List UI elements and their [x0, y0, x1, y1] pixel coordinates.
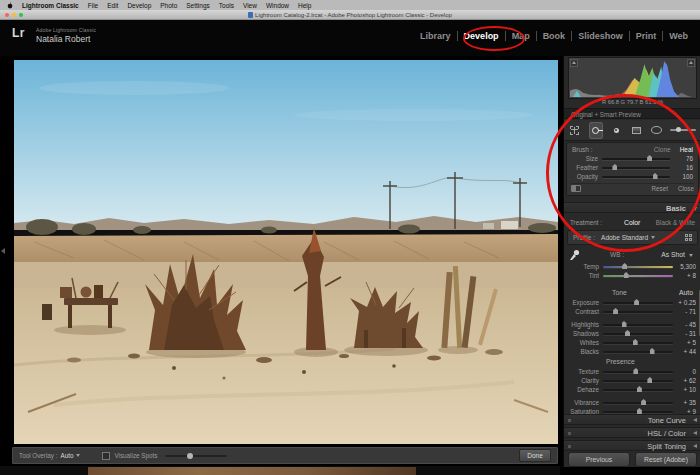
chevron-left-icon[interactable] — [693, 444, 697, 448]
slider-thumb[interactable] — [625, 330, 630, 336]
menu-tools[interactable]: Tools — [219, 2, 234, 9]
panel-switch-icon[interactable] — [571, 185, 581, 192]
slider-track[interactable] — [603, 333, 673, 335]
slider-thumb[interactable] — [647, 377, 652, 383]
basic-panel-header[interactable]: Basic — [564, 202, 700, 213]
module-tab-web[interactable]: Web — [662, 31, 694, 41]
slider-track[interactable] — [603, 389, 673, 391]
treatment-color-button[interactable]: Color — [624, 219, 640, 226]
slider-thumb[interactable] — [624, 272, 629, 278]
filmstrip[interactable] — [0, 466, 560, 475]
menu-develop[interactable]: Develop — [127, 2, 151, 9]
slider-thumb[interactable] — [641, 399, 646, 405]
window-titlebar[interactable]: Lightroom Catalog-2.lrcat - Adobe Photos… — [0, 10, 700, 20]
menu-lightroom-classic[interactable]: Lightroom Classic — [22, 2, 79, 9]
chevron-down-icon[interactable] — [693, 207, 697, 211]
treatment-bw-button[interactable]: Black & White — [656, 219, 695, 226]
heal-mode-button[interactable]: Heal — [680, 146, 693, 153]
reset-button[interactable]: Reset (Adobe) — [635, 452, 697, 467]
highlight-clipping-indicator[interactable] — [687, 59, 695, 67]
red-eye-tool[interactable] — [611, 123, 623, 138]
menu-help[interactable]: Help — [298, 2, 311, 9]
file-status[interactable]: Original + Smart Preview — [564, 108, 700, 119]
profile-row[interactable]: Profile : Adobe Standard — [567, 230, 698, 245]
tint-slider[interactable]: Tint + 8 — [564, 271, 700, 280]
panel-switch-icon[interactable] — [568, 432, 571, 435]
texture-slider[interactable]: Texture 0 — [564, 367, 700, 376]
module-tab-print[interactable]: Print — [629, 31, 663, 41]
chevron-left-icon[interactable] — [693, 431, 697, 435]
slider-track[interactable] — [603, 302, 673, 304]
radial-filter-tool[interactable] — [650, 123, 662, 138]
contrast-slider[interactable]: Contrast - 71 — [564, 307, 700, 316]
image-canvas[interactable] — [14, 60, 558, 444]
menu-view[interactable]: View — [243, 2, 257, 9]
blacks-slider[interactable]: Blacks + 44 — [564, 347, 700, 356]
chevron-down-icon[interactable] — [651, 236, 655, 239]
module-tab-slideshow[interactable]: Slideshow — [571, 31, 629, 41]
slider-track[interactable] — [603, 266, 673, 268]
module-tab-library[interactable]: Library — [414, 31, 457, 41]
opacity-slider[interactable]: Opacity 100 — [567, 172, 698, 181]
apple-icon[interactable] — [7, 2, 13, 9]
menu-edit[interactable]: Edit — [107, 2, 118, 9]
profile-value[interactable]: Adobe Standard — [601, 234, 648, 241]
menu-settings[interactable]: Settings — [186, 2, 210, 9]
slider-thumb[interactable] — [653, 173, 658, 179]
slider-thumb[interactable] — [187, 453, 193, 459]
slider-track[interactable] — [603, 351, 673, 353]
panel-switch-icon[interactable] — [568, 445, 571, 448]
slider-thumb[interactable] — [622, 263, 627, 269]
slider-thumb[interactable] — [647, 155, 652, 161]
shadows-slider[interactable]: Shadows - 31 — [564, 329, 700, 338]
slider-track[interactable] — [603, 275, 673, 277]
slider-thumb[interactable] — [613, 308, 618, 314]
highlights-slider[interactable]: Highlights - 45 — [564, 320, 700, 329]
done-button[interactable]: Done — [519, 449, 551, 462]
chevron-down-icon[interactable] — [689, 254, 693, 257]
feather-slider[interactable]: Feather 16 — [567, 163, 698, 172]
whites-slider[interactable]: Whites + 5 — [564, 338, 700, 347]
shadow-clipping-indicator[interactable] — [570, 59, 578, 67]
vibrance-slider[interactable]: Vibrance + 35 — [564, 398, 700, 407]
chevron-left-icon[interactable] — [693, 418, 697, 422]
profile-browser-icon[interactable] — [685, 234, 692, 241]
slider-thumb[interactable] — [633, 339, 638, 345]
clarity-slider[interactable]: Clarity + 62 — [564, 376, 700, 385]
wb-value[interactable]: As Shot — [661, 251, 685, 258]
panel-hsl-color[interactable]: HSL / Color — [564, 427, 700, 438]
slider-track[interactable] — [603, 324, 673, 326]
slider-track[interactable] — [603, 371, 673, 373]
size-slider[interactable]: Size 76 — [567, 154, 698, 163]
slider-thumb[interactable] — [650, 348, 655, 354]
module-tab-develop[interactable]: Develop — [457, 31, 505, 41]
slider-thumb[interactable] — [612, 164, 617, 170]
spot-removal-tool[interactable] — [589, 122, 603, 139]
spot-reset-button[interactable]: Reset — [651, 185, 667, 192]
menu-window[interactable]: Window — [266, 2, 289, 9]
previous-button[interactable]: Previous — [568, 452, 630, 467]
visualize-threshold-slider[interactable] — [165, 455, 227, 457]
slider-track[interactable] — [603, 380, 673, 382]
slider-track[interactable] — [603, 411, 673, 413]
menu-photo[interactable]: Photo — [160, 2, 177, 9]
dehaze-slider[interactable]: Dehaze + 10 — [564, 385, 700, 394]
menu-file[interactable]: File — [88, 2, 98, 9]
slider-thumb[interactable] — [637, 386, 642, 392]
slider-track[interactable] — [602, 176, 670, 178]
exposure-slider[interactable]: Exposure + 0.25 — [564, 298, 700, 307]
crop-overlay-tool[interactable] — [569, 123, 581, 138]
panel-switch-icon[interactable] — [568, 419, 571, 422]
histogram-display[interactable] — [568, 57, 697, 99]
slider-track[interactable] — [602, 158, 670, 160]
panel-tone-curve[interactable]: Tone Curve — [564, 414, 700, 425]
wb-eyedropper-icon[interactable] — [569, 249, 580, 261]
slider-track[interactable] — [603, 402, 673, 404]
chevron-down-icon[interactable] — [76, 454, 80, 457]
slider-track[interactable] — [602, 167, 670, 169]
tool-overlay-select[interactable]: Auto — [61, 452, 74, 459]
slider-thumb[interactable] — [634, 299, 639, 305]
temp-slider[interactable]: Temp 5,300 — [564, 262, 700, 271]
visualize-spots-checkbox[interactable] — [102, 452, 110, 460]
spot-close-button[interactable]: Close — [678, 185, 694, 192]
